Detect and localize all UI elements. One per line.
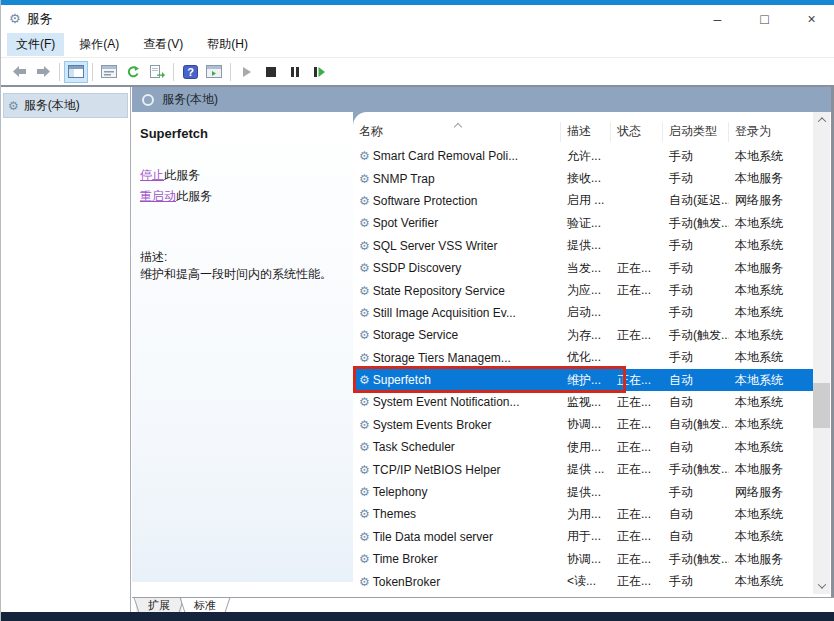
service-logon-cell: 本地系统 [729,215,811,232]
service-status-cell: 正在... [611,528,663,545]
service-desc-cell: 启动... [561,304,611,321]
service-info-panel: Superfetch 停止此服务 重启动此服务 描述: 维护和提高一段时间内的系… [132,112,353,582]
properties-icon[interactable] [97,61,121,83]
close-button[interactable]: × [788,5,834,32]
menu-item[interactable]: 查看(V) [134,33,192,56]
titlebar: ⚙ 服务 – □ × [1,5,834,32]
restart-service-icon[interactable] [307,61,331,83]
help-icon[interactable]: ? [178,61,202,83]
service-row[interactable]: ⚙ Spot Verifier 验证... 手动(触发... 本地系统 [353,212,813,234]
tree-item-services-local[interactable]: ⚙ 服务(本地) [3,93,128,118]
refresh-icon[interactable] [121,61,145,83]
service-desc-cell: 使用... [561,439,611,456]
service-row[interactable]: ⚙ Time Broker 协调... 正在... 手动(触发... 本地服务 [353,548,813,570]
service-row[interactable]: ⚙ Software Protection 启用 ... 自动(延迟... 网络… [353,190,813,212]
service-name-cell: ⚙ Still Image Acquisition Ev... [353,306,561,320]
service-row[interactable]: ⚙ State Repository Service 为应... 正在... 手… [353,279,813,301]
service-row[interactable]: ⚙ Superfetch 维护... 正在... 自动 本地系统 [353,369,813,391]
vertical-scrollbar[interactable] [813,112,830,594]
sort-ascending-icon [454,122,462,130]
service-name-cell: ⚙ Task Scheduler [353,440,561,454]
service-row[interactable]: ⚙ Telephony 提供... 手动 网络服务 [353,481,813,503]
service-desc-cell: 当发... [561,260,611,277]
service-row[interactable]: ⚙ TCP/IP NetBIOS Helper 提供 ... 正在... 手动(… [353,458,813,480]
menu-item[interactable]: 帮助(H) [198,33,257,56]
minimize-button[interactable]: – [694,5,741,32]
service-logon-cell: 本地服务 [729,551,811,568]
service-logon-cell: 本地系统 [729,304,811,321]
pause-service-icon[interactable] [283,61,307,83]
service-row[interactable]: ⚙ SNMP Trap 接收... 手动 本地服务 [353,167,813,189]
service-gear-icon: ⚙ [359,284,370,298]
service-startup-cell: 自动 [663,528,729,545]
export-list-icon[interactable] [145,61,169,83]
service-name-cell: ⚙ TCP/IP NetBIOS Helper [353,463,561,477]
stop-service-icon[interactable] [259,61,283,83]
description-text: 维护和提高一段时间内的系统性能。 [140,266,343,283]
service-row[interactable]: ⚙ System Event Notification... 监视... 正在.… [353,391,813,413]
service-logon-cell: 本地系统 [729,148,811,165]
service-startup-cell: 手动 [663,282,729,299]
menu-item[interactable]: 操作(A) [70,33,128,56]
menu-item[interactable]: 文件(F) [7,33,64,56]
scrollbar-thumb[interactable] [813,383,830,428]
service-gear-icon: ⚙ [359,239,370,253]
service-name-cell: ⚙ Spot Verifier [353,216,561,230]
service-name-cell: ⚙ Storage Tiers Managem... [353,351,561,365]
action-pane-icon[interactable] [202,61,226,83]
toolbar-separator [173,63,174,81]
service-row[interactable]: ⚙ Still Image Acquisition Ev... 启动... 手动… [353,302,813,324]
maximize-button[interactable]: □ [741,5,788,32]
service-name-cell: ⚙ SSDP Discovery [353,261,561,275]
service-desc-cell: 协调... [561,551,611,568]
service-row[interactable]: ⚙ Tile Data model server 用于... 正在... 自动 … [353,526,813,548]
service-startup-cell: 自动 [663,506,729,523]
service-gear-icon: ⚙ [359,463,370,477]
forward-icon[interactable] [31,61,55,83]
console-tree-icon[interactable] [64,61,88,83]
column-header-startup-type[interactable]: 启动类型 [663,122,729,142]
service-desc-cell: 允许... [561,148,611,165]
service-gear-icon: ⚙ [359,149,370,163]
view-tab[interactable]: 扩展 [136,598,182,612]
service-row[interactable]: ⚙ SSDP Discovery 当发... 正在... 手动 本地服务 [353,257,813,279]
column-header-name[interactable]: 名称 [353,122,561,142]
service-gear-icon: ⚙ [359,172,370,186]
service-row[interactable]: ⚙ Storage Service 为存... 正在... 手动(触发... 本… [353,324,813,346]
service-row[interactable]: ⚙ SQL Server VSS Writer 提供... 手动 本地系统 [353,235,813,257]
service-logon-cell: 本地系统 [729,573,811,590]
services-circle-icon [142,94,154,106]
service-startup-cell: 手动 [663,304,729,321]
toolbar-separator [59,63,60,81]
service-logon-cell: 网络服务 [729,484,811,501]
service-startup-cell: 手动 [663,484,729,501]
start-service-icon[interactable] [235,61,259,83]
service-status-cell: 正在... [611,551,663,568]
service-row[interactable]: ⚙ Smart Card Removal Poli... 允许... 手动 本地… [353,145,813,167]
bottom-edge-bar [1,612,834,621]
service-row[interactable]: ⚙ Task Scheduler 使用... 正在... 自动 本地系统 [353,436,813,458]
restart-service-suffix: 此服务 [176,189,212,203]
tree-item-label: 服务(本地) [24,97,80,114]
view-tab[interactable]: 标准 [182,598,228,612]
service-status-cell: 正在... [611,461,663,478]
column-header-logon-as[interactable]: 登录为 [729,122,811,142]
column-header-description[interactable]: 描述 [561,122,611,142]
service-desc-cell: 提供... [561,237,611,254]
console-tree-panel: ⚙ 服务(本地) [1,87,131,612]
service-name-cell: ⚙ SNMP Trap [353,172,561,186]
scroll-down-icon[interactable] [813,578,830,594]
service-status-cell: 正在... [611,282,663,299]
back-icon[interactable] [7,61,31,83]
service-row[interactable]: ⚙ Themes 为用... 正在... 自动 本地系统 [353,503,813,525]
service-logon-cell: 网络服务 [729,192,811,209]
service-desc-cell: 为应... [561,282,611,299]
service-gear-icon: ⚙ [359,395,370,409]
service-row[interactable]: ⚙ TokenBroker <读... 正在... 手动 本地系统 [353,570,813,592]
service-startup-cell: 手动(触发... [663,551,729,568]
column-header-status[interactable]: 状态 [611,122,663,142]
restart-service-link[interactable]: 重启动 [140,189,176,203]
scroll-up-icon[interactable] [813,112,830,128]
service-row[interactable]: ⚙ System Events Broker 协调... 正在... 自动(触发… [353,414,813,436]
stop-service-link[interactable]: 停止 [140,168,164,182]
